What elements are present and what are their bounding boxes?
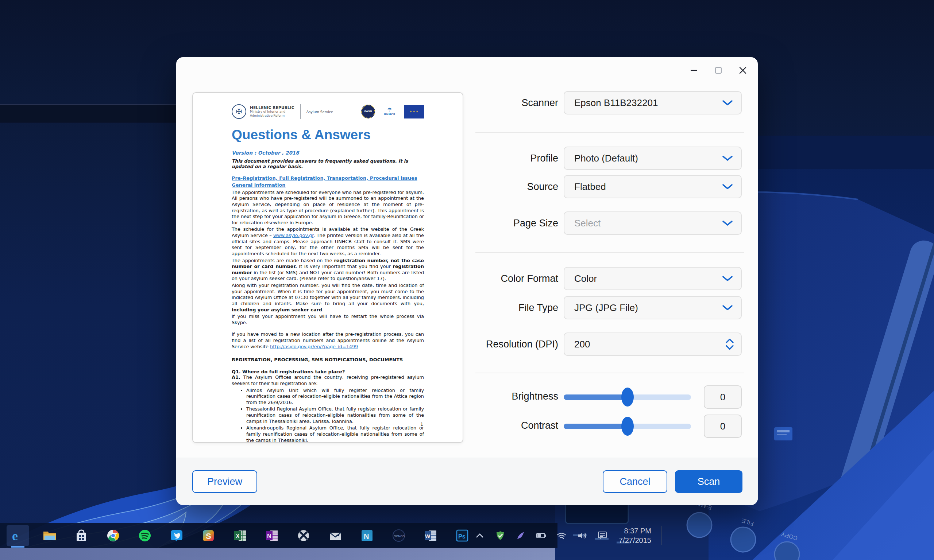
taskbar-icons: e S X N [0, 525, 473, 546]
word-icon[interactable]: W [419, 525, 442, 546]
dialog-footer: Preview Cancel Scan [176, 458, 758, 505]
contrast-label: Contrast [405, 420, 558, 431]
onenote-icon[interactable]: N [260, 525, 283, 546]
file-type-dropdown[interactable]: JPG (JPG File) [564, 296, 742, 319]
show-hidden-icons-chevron[interactable] [473, 529, 486, 542]
clock-time: 8:37 PM [619, 526, 651, 535]
pen-icon[interactable] [515, 529, 527, 542]
slider-fill [564, 424, 627, 429]
microsoft-store-icon[interactable] [70, 525, 92, 546]
document-title: Questions & Answers [232, 127, 424, 143]
document-page: ✠ HELLENIC REPUBLIC Ministry of Interior… [193, 93, 462, 442]
excel-icon[interactable]: X [229, 525, 251, 546]
document-paragraph: Along with your registration number, you… [232, 283, 424, 313]
mail-icon[interactable] [324, 525, 347, 546]
twitter-icon[interactable] [165, 525, 188, 546]
section-divider [475, 252, 744, 253]
svg-text:N: N [364, 532, 369, 540]
resolution-spinner[interactable]: 200 [564, 332, 742, 356]
xbox-icon[interactable] [292, 525, 315, 546]
file-explorer-icon[interactable] [38, 525, 61, 546]
show-desktop-separator[interactable] [661, 526, 662, 545]
taskbar: e S X N [0, 523, 558, 548]
brightness-value[interactable]: 0 [704, 385, 742, 409]
org-sub1: Ministry of Interior and [250, 110, 294, 114]
brightness-label: Brightness [405, 391, 558, 402]
document-paragraph: If you miss your appointment you will ha… [232, 314, 424, 326]
svg-text:S: S [206, 532, 211, 541]
slider-thumb[interactable] [621, 417, 634, 436]
battery-icon[interactable] [535, 529, 547, 542]
chevron-down-icon [722, 100, 733, 106]
document-link-heading-2: General information [232, 182, 424, 189]
svg-text:N: N [267, 533, 271, 539]
chevron-down-icon [722, 155, 733, 162]
svg-text:W: W [425, 533, 430, 539]
cancel-button[interactable]: Cancel [603, 470, 667, 493]
color-format-dropdown[interactable]: Color [564, 267, 742, 290]
easo-logo-icon: EASO [361, 105, 375, 118]
section-divider [475, 132, 744, 133]
chevron-down-icon [722, 275, 733, 282]
scan-button[interactable]: Scan [675, 470, 743, 493]
unhcr-logo-icon: ☂ UNHCR [384, 107, 396, 116]
source-dropdown[interactable]: Flatbed [564, 175, 742, 198]
photoshop-icon[interactable]: Ps [451, 525, 473, 546]
document-bullet: Alexandroupolis Regional Asylum Office, … [246, 425, 424, 443]
clock-date: 7/27/2015 [619, 535, 651, 545]
scan-dialog: ✠ HELLENIC REPUBLIC Ministry of Interior… [176, 57, 758, 505]
document-bullet-list: Alimos Asylum Unit which will fully regi… [246, 388, 424, 443]
document-version: Version : October , 2016 [232, 150, 424, 156]
document-question-1: Q1. Where do full registrations take pla… [232, 369, 424, 374]
svg-text:X: X [236, 533, 240, 539]
wallpaper-desk-strip [0, 548, 558, 560]
document-section-heading: REGISTRATION, PROCESSING, SMS NOTIFICATI… [232, 357, 424, 362]
spinner-arrows[interactable] [726, 339, 734, 350]
document-bullet: Thessaloniki Regional Asylum Office, tha… [246, 406, 424, 425]
chrome-icon[interactable] [102, 525, 125, 546]
wifi-icon[interactable] [555, 529, 568, 542]
contrast-slider[interactable] [564, 417, 691, 436]
security-shield-icon[interactable] [494, 529, 506, 542]
page-size-dropdown[interactable]: Select [564, 211, 742, 235]
notifications-icon[interactable] [596, 529, 609, 542]
chevron-down-icon [722, 305, 733, 311]
page-size-label: Page Size [405, 218, 558, 229]
document-bullet: Alimos Asylum Unit which will fully regi… [246, 388, 424, 406]
section-divider [475, 372, 744, 373]
chevron-down-icon [722, 220, 733, 226]
volume-icon[interactable] [576, 529, 588, 542]
taskbar-clock[interactable]: 8:37 PM 7/27/2015 [617, 526, 653, 545]
svg-text:Ps: Ps [458, 533, 465, 540]
maximize-button[interactable] [710, 62, 727, 78]
system-tray: 8:37 PM 7/27/2015 [473, 526, 667, 545]
notion-icon[interactable]: N [356, 525, 378, 546]
scanner-dropdown[interactable]: Epson B11B232201 [564, 91, 742, 114]
chevron-down-icon [722, 183, 733, 190]
hellenic-emblem-icon: ✠ [232, 104, 246, 119]
svg-text:SONOS: SONOS [394, 534, 405, 538]
minimize-button[interactable] [685, 62, 702, 78]
desktop: E-MAIL FILE COPY e [0, 0, 934, 560]
dept-label: Asylum Service [307, 110, 333, 114]
profile-dropdown[interactable]: Photo (Default) [564, 146, 742, 170]
window-controls [685, 62, 751, 78]
sonos-icon[interactable]: SONOS [387, 525, 410, 546]
scan-preview-pane: ✠ HELLENIC REPUBLIC Ministry of Interior… [192, 92, 463, 443]
slider-fill [564, 394, 627, 400]
chevron-down-icon [726, 345, 734, 350]
document-paragraph: The appointments are made based on the r… [232, 258, 424, 282]
preview-button[interactable]: Preview [192, 470, 257, 493]
brightness-slider[interactable] [564, 388, 691, 406]
org-sub2: Administrative Reform [250, 114, 294, 118]
document-intro: This document provides answers to freque… [232, 158, 424, 169]
svg-text:e: e [12, 529, 18, 543]
color-format-label: Color Format [405, 273, 558, 285]
close-button[interactable] [734, 62, 751, 78]
file-type-label: File Type [405, 302, 558, 314]
spotify-icon[interactable] [134, 525, 156, 546]
edge-icon[interactable]: e [6, 525, 29, 546]
slider-thumb[interactable] [621, 388, 634, 406]
slack-icon[interactable]: S [197, 525, 220, 546]
contrast-value[interactable]: 0 [704, 415, 742, 438]
